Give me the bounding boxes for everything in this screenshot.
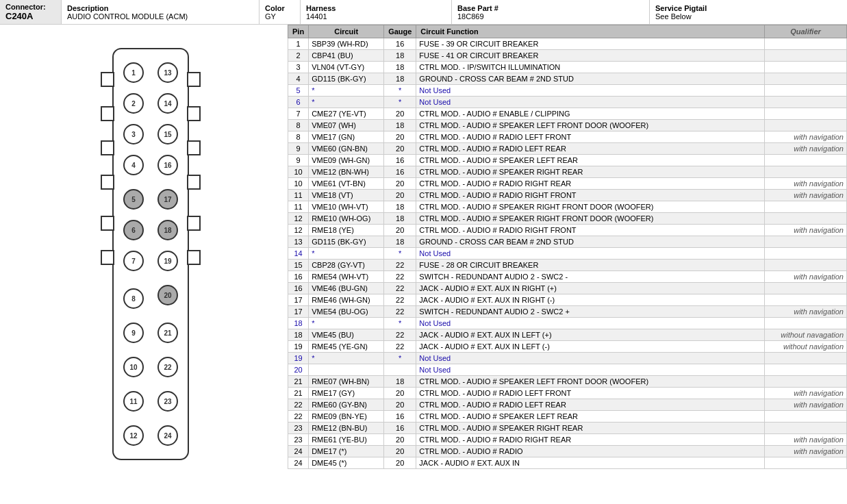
color-label: Color (265, 4, 294, 12)
svg-text:21: 21 (164, 329, 172, 337)
cell-circuit: VME07 (WH) (309, 120, 384, 131)
cell-circuit: RME17 (GY) (309, 388, 384, 399)
cell-gauge: 18 (384, 376, 416, 388)
cell-qual (765, 353, 847, 364)
table-row: 10VME61 (VT-BN)20CTRL MOD. - AUDIO # RAD… (288, 178, 847, 190)
table-row: 8VME07 (WH)18CTRL MOD. - AUDIO # SPEAKER… (288, 120, 847, 131)
cell-gauge: 20 (384, 225, 416, 236)
svg-rect-6 (101, 251, 114, 264)
cell-circuit: VME60 (GN-BN) (309, 143, 384, 155)
cell-fn: FUSE - 41 OR CIRCUIT BREAKER (416, 50, 765, 62)
service-pigtail-value: See Below (655, 12, 842, 21)
svg-rect-3 (101, 141, 114, 155)
table-row: 24DME45 (*)20JACK - AUDIO # EXT. AUX IN (288, 457, 847, 469)
cell-gauge: 22 (384, 283, 416, 294)
table-row: 12RME18 (YE)20CTRL MOD. - AUDIO # RADIO … (288, 225, 847, 236)
table-row: 9VME09 (WH-GN)16CTRL MOD. - AUDIO # SPEA… (288, 155, 847, 166)
cell-circuit: CBP41 (BU) (309, 50, 384, 62)
cell-circuit: * (309, 248, 384, 260)
cell-fn: CTRL MOD. - AUDIO # RADIO (416, 446, 765, 457)
col-gauge: Gauge (384, 25, 416, 38)
cell-qual: with navigation (765, 399, 847, 411)
cell-gauge: 20 (384, 108, 416, 120)
main-content: 1 2 3 4 5 6 7 8 9 10 (0, 25, 847, 497)
svg-rect-9 (188, 141, 200, 155)
cell-qual: with navigation (765, 434, 847, 446)
cell-fn: CTRL MOD. - AUDIO # SPEAKER LEFT REAR (416, 411, 765, 423)
cell-fn: CTRL MOD. - AUDIO # SPEAKER RIGHT FRONT … (416, 201, 765, 213)
cell-pin: 9 (288, 155, 309, 166)
cell-pin: 20 (288, 364, 309, 376)
cell-circuit: DME45 (*) (309, 457, 384, 469)
cell-circuit: RME46 (WH-GN) (309, 294, 384, 306)
cell-qual (765, 457, 847, 469)
cell-pin: 4 (288, 73, 309, 85)
cell-pin: 24 (288, 446, 309, 457)
cell-fn: CTRL MOD. - AUDIO # SPEAKER RIGHT FRONT … (416, 213, 765, 225)
cell-gauge: 22 (384, 306, 416, 318)
cell-qual: with navigation (765, 143, 847, 155)
table-row: 11VME18 (VT)20CTRL MOD. - AUDIO # RADIO … (288, 190, 847, 201)
cell-qual (765, 213, 847, 225)
svg-text:7: 7 (131, 257, 136, 265)
cell-pin: 1 (288, 38, 309, 50)
cell-pin: 24 (288, 457, 309, 469)
cell-qual (765, 376, 847, 388)
cell-circuit: RME07 (WH-BN) (309, 376, 384, 388)
cell-gauge: 22 (384, 329, 416, 341)
svg-rect-4 (101, 175, 114, 189)
cell-qual (765, 364, 847, 376)
table-row: 21RME17 (GY)20CTRL MOD. - AUDIO # RADIO … (288, 388, 847, 399)
table-row: 19RME45 (YE-GN)22JACK - AUDIO # EXT. AUX… (288, 341, 847, 353)
cell-circuit: VME54 (BU-OG) (309, 306, 384, 318)
cell-circuit: * (309, 353, 384, 364)
cell-gauge: 22 (384, 341, 416, 353)
table-row: 5**Not Used (288, 85, 847, 97)
cell-qual (765, 166, 847, 178)
table-row: 4GD115 (BK-GY)18GROUND - CROSS CAR BEAM … (288, 73, 847, 85)
table-header-row: Pin Circuit Gauge Circuit Function Quali… (288, 25, 847, 38)
svg-text:6: 6 (131, 227, 136, 234)
table-row: 16VME46 (BU-GN)22JACK - AUDIO # EXT. AUX… (288, 283, 847, 294)
cell-fn: JACK - AUDIO # EXT. AUX IN RIGHT (+) (416, 283, 765, 294)
cell-qual (765, 97, 847, 108)
cell-gauge: 18 (384, 73, 416, 85)
cell-circuit: RME10 (WH-OG) (309, 213, 384, 225)
svg-text:13: 13 (164, 69, 172, 77)
svg-text:16: 16 (164, 162, 172, 169)
cell-gauge: * (384, 97, 416, 108)
cell-gauge: * (384, 353, 416, 364)
table-row: 21RME07 (WH-BN)18CTRL MOD. - AUDIO # SPE… (288, 376, 847, 388)
cell-fn: CTRL MOD. - AUDIO # RADIO RIGHT REAR (416, 178, 765, 190)
cell-circuit: DME17 (*) (309, 446, 384, 457)
cell-pin: 11 (288, 190, 309, 201)
cell-gauge: 20 (384, 190, 416, 201)
cell-fn: JACK - AUDIO # EXT. AUX IN RIGHT (-) (416, 294, 765, 306)
cell-circuit: * (309, 85, 384, 97)
table-row: 11VME10 (WH-VT)18CTRL MOD. - AUDIO # SPE… (288, 201, 847, 213)
svg-rect-10 (188, 175, 200, 189)
cell-fn: CTRL MOD. - AUDIO # SPEAKER LEFT FRONT D… (416, 120, 765, 131)
cell-fn: CTRL MOD. - AUDIO # SPEAKER LEFT FRONT D… (416, 376, 765, 388)
col-pin: Pin (288, 25, 309, 38)
cell-circuit: * (309, 318, 384, 329)
cell-gauge: 18 (384, 213, 416, 225)
cell-circuit: VME46 (BU-GN) (309, 283, 384, 294)
svg-text:3: 3 (131, 131, 136, 138)
svg-text:9: 9 (131, 329, 136, 337)
table-row: 22RME60 (GY-BN)20CTRL MOD. - AUDIO # RAD… (288, 399, 847, 411)
cell-fn: SWITCH - REDUNDANT AUDIO 2 - SWC2 - (416, 271, 765, 283)
cell-qual (765, 50, 847, 62)
cell-qual: with navigation (765, 190, 847, 201)
cell-gauge: 16 (384, 155, 416, 166)
cell-circuit: VLN04 (VT-GY) (309, 62, 384, 73)
cell-pin: 12 (288, 213, 309, 225)
cell-circuit: RME45 (YE-GN) (309, 341, 384, 353)
description-cell: Description AUDIO CONTROL MODULE (ACM) (62, 0, 260, 24)
cell-fn: JACK - AUDIO # EXT. AUX IN LEFT (+) (416, 329, 765, 341)
cell-qual (765, 283, 847, 294)
cell-pin: 11 (288, 201, 309, 213)
table-row: 12RME10 (WH-OG)18CTRL MOD. - AUDIO # SPE… (288, 213, 847, 225)
page-header: Connector: C240A Description AUDIO CONTR… (0, 0, 847, 25)
cell-qual: with navigation (765, 271, 847, 283)
